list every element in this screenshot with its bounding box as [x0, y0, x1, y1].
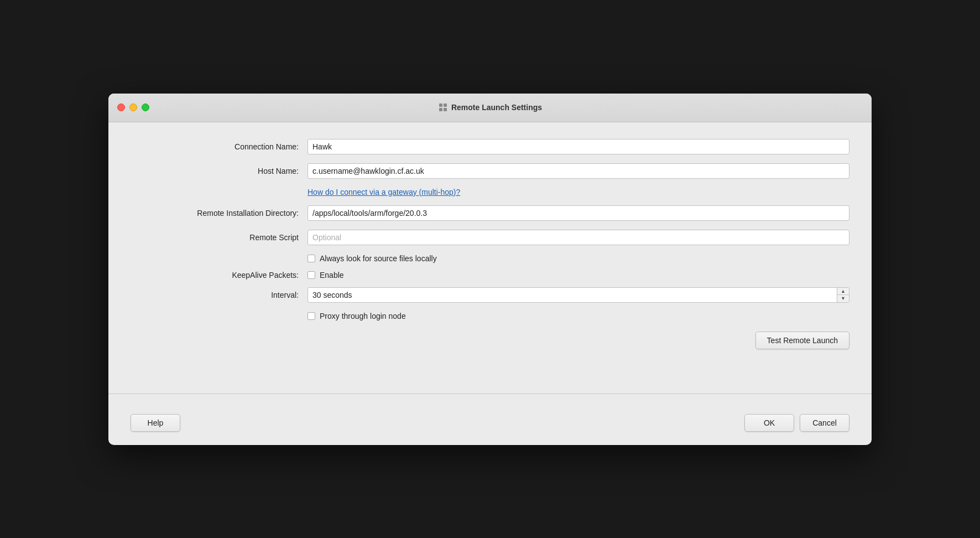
interval-spinner-wrapper: ▲ ▼	[307, 287, 849, 303]
footer-right-buttons: OK Cancel	[744, 414, 849, 432]
keepalive-label: KeepAlive Packets:	[131, 271, 307, 280]
cancel-button[interactable]: Cancel	[800, 414, 849, 432]
always-look-source-checkbox[interactable]	[307, 255, 315, 262]
svg-rect-1	[444, 104, 447, 107]
interval-label: Interval:	[131, 291, 307, 299]
svg-rect-3	[444, 108, 447, 111]
interval-row: Interval: ▲ ▼	[131, 287, 849, 303]
remote-install-dir-row: Remote Installation Directory:	[131, 205, 849, 221]
minimize-button[interactable]	[129, 104, 137, 111]
remote-script-input[interactable]	[307, 230, 849, 245]
remote-script-label: Remote Script	[131, 233, 307, 242]
proxy-row: Proxy through login node	[131, 312, 849, 320]
gateway-link-row: How do I connect via a gateway (multi-ho…	[131, 188, 849, 196]
keepalive-enable-label: Enable	[320, 271, 344, 280]
interval-input[interactable]	[307, 287, 849, 303]
arm-forge-icon	[438, 102, 448, 112]
footer-divider	[108, 394, 872, 394]
remote-script-row: Remote Script	[131, 230, 849, 245]
keepalive-enable-checkbox[interactable]	[307, 271, 315, 279]
host-name-label: Host Name:	[131, 167, 307, 175]
always-look-source-label: Always look for source files locally	[320, 254, 437, 263]
titlebar: Remote Launch Settings	[108, 94, 872, 122]
main-window: Remote Launch Settings Connection Name: …	[108, 94, 872, 445]
traffic-lights	[117, 104, 149, 111]
maximize-button[interactable]	[142, 104, 149, 111]
keepalive-enable-item: Enable	[307, 271, 344, 280]
test-btn-row: Test Remote Launch	[131, 332, 849, 349]
window-title: Remote Launch Settings	[451, 103, 542, 112]
always-look-source-item: Always look for source files locally	[307, 254, 437, 263]
connection-name-label: Connection Name:	[131, 142, 307, 151]
always-look-source-row: Always look for source files locally	[131, 254, 849, 263]
proxy-checkbox[interactable]	[307, 312, 315, 320]
ok-button[interactable]: OK	[744, 414, 794, 432]
window-title-group: Remote Launch Settings	[438, 102, 542, 112]
proxy-item: Proxy through login node	[307, 312, 406, 320]
form-content: Connection Name: Host Name: How do I con…	[108, 122, 872, 382]
help-button[interactable]: Help	[131, 414, 180, 432]
interval-decrement-button[interactable]: ▼	[837, 295, 849, 302]
footer: Help OK Cancel	[108, 405, 872, 445]
host-name-row: Host Name:	[131, 163, 849, 179]
proxy-label: Proxy through login node	[320, 312, 406, 320]
connection-name-input[interactable]	[307, 139, 849, 154]
connection-name-row: Connection Name:	[131, 139, 849, 154]
host-name-input[interactable]	[307, 163, 849, 179]
remote-install-dir-input[interactable]	[307, 205, 849, 221]
gateway-link[interactable]: How do I connect via a gateway (multi-ho…	[307, 188, 460, 196]
remote-install-dir-label: Remote Installation Directory:	[131, 209, 307, 218]
keepalive-row: KeepAlive Packets: Enable	[131, 271, 849, 280]
svg-rect-2	[439, 108, 442, 111]
test-remote-launch-button[interactable]: Test Remote Launch	[755, 332, 849, 349]
svg-rect-0	[439, 104, 442, 107]
interval-increment-button[interactable]: ▲	[837, 288, 849, 296]
form-area: Connection Name: Host Name: How do I con…	[131, 139, 849, 366]
close-button[interactable]	[117, 104, 125, 111]
interval-spinner-buttons: ▲ ▼	[837, 288, 849, 302]
